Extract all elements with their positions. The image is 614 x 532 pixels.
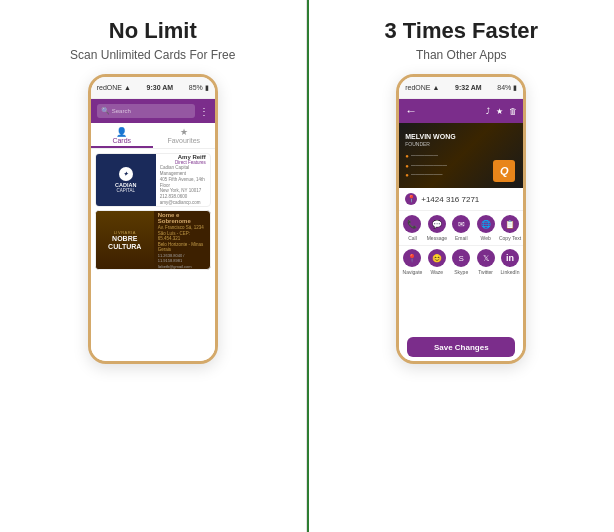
- cadian-info: Amy Reiff Direct Features Cadian Capital…: [156, 154, 210, 206]
- action-waze[interactable]: 😊 Waze: [426, 249, 448, 275]
- right-carrier: redONE: [405, 84, 430, 91]
- back-icon[interactable]: ←: [405, 104, 417, 118]
- cadian-address: Cadian Capital Management 405 Fifth Aven…: [160, 165, 206, 206]
- phone-number-row: 📍 +1424 316 7271: [399, 188, 523, 211]
- tab-bar: 👤 Cards ★ Favourites: [91, 123, 215, 149]
- nobre-phones: 11.2638.8040 / 11.9158.8981: [158, 253, 206, 263]
- phone-number: +1424 316 7271: [421, 195, 479, 204]
- nobre-contact: Nome e Sobrenome: [158, 212, 206, 224]
- star-icon[interactable]: ★: [496, 107, 503, 116]
- action-grid-1: 📞 Call 💬 Message ✉ Email 🌐 Web: [399, 211, 523, 246]
- cadian-logo-circle: ✦: [119, 167, 133, 181]
- nobre-address1: Av. Francisco Sá, 1234: [158, 225, 206, 230]
- melvin-info: MELVIN WONG FOUNDER ● —————— ● ————————: [405, 132, 455, 180]
- action-navigate[interactable]: 📍 Navigate: [401, 249, 423, 275]
- tab-favourites[interactable]: ★ Favourites: [153, 123, 215, 148]
- left-wifi-icon: ▲: [124, 84, 131, 91]
- web-icon: 🌐: [477, 215, 495, 233]
- menu-icon[interactable]: ⋮: [199, 106, 209, 117]
- card-image-area: MELVIN WONG FOUNDER ● —————— ● ————————: [399, 123, 523, 188]
- main-container: No Limit Scan Unlimited Cards For Free r…: [0, 0, 614, 532]
- search-placeholder: Search: [112, 108, 131, 114]
- orange-dot2: ●: [405, 162, 409, 170]
- nobre-email: lizbeth@gmail.com: [158, 264, 206, 269]
- action-email[interactable]: ✉ Email: [450, 215, 472, 241]
- action-call[interactable]: 📞 Call: [401, 215, 423, 241]
- nobre-logo-area: LIVRARIA NOBRE CULTURA: [96, 211, 154, 269]
- cadian-logo-area: ✦ CADIAN CAPITAL: [96, 154, 156, 206]
- action-skype[interactable]: S Skype: [450, 249, 472, 275]
- right-headline: 3 Times Faster: [384, 18, 538, 44]
- twitter-icon: 𝕏: [477, 249, 495, 267]
- left-phone-status-bar: redONE ▲ 9:30 AM 85% ▮: [91, 77, 215, 99]
- right-phone-nav: ← ⤴ ★ 🗑: [399, 99, 523, 123]
- nav-actions: ⤴ ★ 🗑: [486, 107, 517, 116]
- navigate-icon: 📍: [403, 249, 421, 267]
- nobre-info: Nome e Sobrenome Av. Francisco Sá, 1234 …: [154, 211, 210, 269]
- right-panel: 3 Times Faster Than Other Apps redONE ▲ …: [309, 0, 615, 532]
- right-phone: redONE ▲ 9:32 AM 84% ▮ ← ⤴ ★ 🗑: [396, 74, 526, 364]
- action-copy[interactable]: 📋 Copy Text: [499, 215, 521, 241]
- left-time: 9:30 AM: [147, 84, 174, 91]
- left-carrier: redONE: [97, 84, 122, 91]
- action-linkedin[interactable]: in LinkedIn: [499, 249, 521, 275]
- search-bar[interactable]: 🔍 Search: [97, 104, 195, 118]
- right-time: 9:32 AM: [455, 84, 482, 91]
- right-phone-status-bar: redONE ▲ 9:32 AM 84% ▮: [399, 77, 523, 99]
- delete-icon[interactable]: 🗑: [509, 107, 517, 116]
- card-list: ✦ CADIAN CAPITAL Amy Reiff: [91, 149, 215, 274]
- left-battery-icon: ▮: [205, 84, 209, 92]
- nobre-address2: São Luís - CEP: 65.454.321: [158, 231, 206, 241]
- waze-icon: 😊: [428, 249, 446, 267]
- left-panel: No Limit Scan Unlimited Cards For Free r…: [0, 0, 307, 532]
- action-web[interactable]: 🌐 Web: [474, 215, 496, 241]
- linkedin-icon: in: [501, 249, 519, 267]
- copy-icon: 📋: [501, 215, 519, 233]
- nobre-company: NOBRE CULTURA: [99, 235, 151, 250]
- cards-icon: 👤: [91, 127, 153, 137]
- search-icon: 🔍: [101, 107, 110, 115]
- tab-cards[interactable]: 👤 Cards: [91, 123, 153, 148]
- cadian-company: CADIAN CAPITAL: [115, 182, 136, 194]
- right-wifi-icon: ▲: [433, 84, 440, 91]
- left-phone-nav: 🔍 Search ⋮: [91, 99, 215, 123]
- cadian-card: ✦ CADIAN CAPITAL Amy Reiff: [95, 153, 211, 207]
- save-btn-area: Save Changes: [399, 331, 523, 361]
- cadian-logo-letter: ✦: [123, 170, 128, 177]
- save-changes-button[interactable]: Save Changes: [407, 337, 515, 357]
- action-twitter[interactable]: 𝕏 Twitter: [474, 249, 496, 275]
- message-icon: 💬: [428, 215, 446, 233]
- right-phone-screen: ← ⤴ ★ 🗑 MELVIN WONG FOUNDER ●: [399, 99, 523, 361]
- left-phone: redONE ▲ 9:30 AM 85% ▮ 🔍 Search ⋮: [88, 74, 218, 364]
- fav-icon: ★: [153, 127, 215, 137]
- share-icon[interactable]: ⤴: [486, 107, 490, 116]
- right-subhead: Than Other Apps: [416, 48, 507, 62]
- action-message[interactable]: 💬 Message: [426, 215, 448, 241]
- right-battery: 84%: [497, 84, 511, 91]
- orange-dot3: ●: [405, 171, 409, 179]
- left-phone-screen: 🔍 Search ⋮ 👤 Cards ★ Favourites: [91, 99, 215, 361]
- left-subhead: Scan Unlimited Cards For Free: [70, 48, 235, 62]
- orange-dot1: ●: [405, 152, 409, 160]
- left-battery: 85%: [189, 84, 203, 91]
- phone-number-icon: 📍: [405, 193, 417, 205]
- left-headline: No Limit: [109, 18, 197, 44]
- location-pin-icon: 📍: [407, 195, 416, 203]
- qoach-logo: Q: [493, 160, 515, 182]
- nobre-city: Belo Horizonte - Minas Gerais: [158, 242, 206, 252]
- action-grid-2: 📍 Navigate 😊 Waze S Skype 𝕏 Twitter: [399, 246, 523, 278]
- skype-icon: S: [452, 249, 470, 267]
- email-icon: ✉: [452, 215, 470, 233]
- nobre-card: LIVRARIA NOBRE CULTURA Nome e Sobrenome …: [95, 210, 211, 270]
- call-icon: 📞: [403, 215, 421, 233]
- right-battery-icon: ▮: [513, 84, 517, 92]
